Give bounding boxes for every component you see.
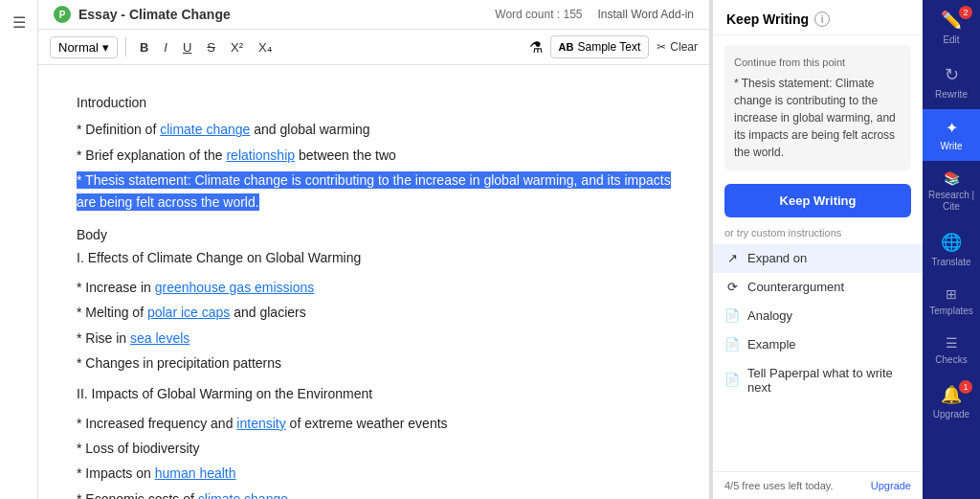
upgrade-link[interactable]: Upgrade bbox=[871, 480, 911, 491]
write-toolbar-item[interactable]: ✦ Write bbox=[923, 109, 980, 161]
editor-content[interactable]: Introduction * Definition of climate cha… bbox=[38, 65, 709, 499]
editor-header: P Essay - Climate Change Word count : 15… bbox=[38, 0, 709, 30]
word-count: Word count : 155 bbox=[495, 8, 582, 21]
header-right: Word count : 155 Install Word Add-in bbox=[495, 8, 694, 21]
checks-toolbar-item[interactable]: ☰ Checks bbox=[923, 326, 980, 374]
research-label: Research | Cite bbox=[926, 190, 976, 213]
checks-label: Checks bbox=[935, 354, 967, 365]
example-item[interactable]: 📄 Example bbox=[713, 330, 923, 359]
line-1: * Definition of climate change and globa… bbox=[77, 119, 671, 140]
edit-badge: 2 bbox=[959, 6, 972, 19]
keep-writing-title: Keep Writing bbox=[726, 11, 809, 27]
body-heading: Body bbox=[77, 224, 671, 245]
expand-icon: ↗ bbox=[724, 251, 740, 266]
templates-toolbar-item[interactable]: ⊞ Templates bbox=[923, 277, 980, 326]
line-8: * Loss of biodiversity bbox=[77, 438, 671, 459]
line-9: * Impacts on human health bbox=[77, 463, 671, 484]
example-icon: 📄 bbox=[724, 337, 740, 352]
left-sidebar: ☰ bbox=[0, 0, 38, 499]
translate-label: Translate bbox=[931, 257, 970, 267]
custom-instructions-label: or try custom instructions bbox=[713, 227, 923, 244]
clear-button[interactable]: ✂ Clear bbox=[657, 40, 698, 54]
body-sub2: II. Impacts of Global Warming on the Env… bbox=[77, 383, 671, 404]
line-thesis: * Thesis statement: Climate change is co… bbox=[77, 170, 671, 213]
subscript-button[interactable]: X₄ bbox=[253, 36, 278, 58]
bold-button[interactable]: B bbox=[134, 36, 154, 58]
expand-label: Expand on bbox=[747, 251, 807, 265]
ab-icon: AB bbox=[559, 41, 574, 53]
checks-icon: ☰ bbox=[946, 335, 958, 351]
upgrade-label: Upgrade bbox=[933, 409, 969, 420]
line-10: * Economic costs of climate change bbox=[77, 488, 671, 499]
italic-button[interactable]: I bbox=[158, 36, 173, 58]
app-logo: P bbox=[54, 6, 71, 23]
keep-writing-panel: Keep Writing i Continue from this point … bbox=[712, 0, 923, 499]
translate-icon: 🌐 bbox=[941, 232, 962, 253]
rewrite-label: Rewrite bbox=[935, 89, 968, 100]
write-icon: ✦ bbox=[946, 119, 958, 137]
edit-toolbar-item[interactable]: 2 ✏️ Edit bbox=[923, 0, 980, 55]
editor-area: P Essay - Climate Change Word count : 15… bbox=[38, 0, 709, 499]
tell-paperpal-label: Tell Paperpal what to write next bbox=[747, 366, 911, 395]
context-box: Continue from this point * Thesis statem… bbox=[724, 45, 911, 170]
keep-writing-button[interactable]: Keep Writing bbox=[724, 184, 911, 217]
info-icon[interactable]: i bbox=[814, 11, 830, 27]
line-6: * Changes in precipitation patterns bbox=[77, 352, 671, 374]
panel-footer: 4/5 free uses left today. Upgrade bbox=[713, 471, 923, 499]
line-5: * Rise in sea levels bbox=[77, 328, 671, 349]
rewrite-icon: ↻ bbox=[945, 64, 959, 85]
research-toolbar-item[interactable]: 📚 Research | Cite bbox=[923, 161, 980, 222]
example-label: Example bbox=[747, 337, 796, 352]
sample-text-button[interactable]: AB Sample Text bbox=[550, 35, 650, 58]
toolbar: Normal ▾ B I U S X² X₄ ⚗ AB Sample Text … bbox=[38, 30, 709, 65]
scissors-icon: ✂ bbox=[657, 40, 666, 54]
install-addon[interactable]: Install Word Add-in bbox=[598, 8, 695, 21]
doc-title: Essay - Climate Change bbox=[78, 7, 231, 22]
intro-heading: Introduction bbox=[77, 92, 671, 113]
superscript-button[interactable]: X² bbox=[225, 36, 249, 58]
line-2: * Brief explanation of the relationship … bbox=[77, 145, 671, 166]
templates-icon: ⊞ bbox=[946, 286, 957, 302]
upgrade-toolbar-item[interactable]: 1 🔔 Upgrade bbox=[923, 374, 980, 429]
style-select[interactable]: Normal ▾ bbox=[50, 36, 118, 58]
line-7: * Increased frequency and intensity of e… bbox=[77, 413, 671, 434]
context-text: * Thesis statement: Climate change is co… bbox=[734, 75, 902, 161]
far-right-toolbar: 2 ✏️ Edit ↻ Rewrite ✦ Write 📚 Research |… bbox=[923, 0, 980, 499]
rewrite-toolbar-item[interactable]: ↻ Rewrite bbox=[923, 55, 980, 109]
write-label: Write bbox=[940, 141, 962, 151]
counterargument-item[interactable]: ⟳ Counterargument bbox=[713, 273, 923, 302]
analogy-item[interactable]: 📄 Analogy bbox=[713, 302, 923, 330]
body-sub1: I. Effects of Climate Change on Global W… bbox=[77, 247, 671, 268]
analogy-icon: 📄 bbox=[724, 308, 740, 324]
translate-toolbar-item[interactable]: 🌐 Translate bbox=[923, 222, 980, 277]
line-3: * Increase in greenhouse gas emissions bbox=[77, 277, 671, 298]
upgrade-badge: 1 bbox=[959, 380, 972, 394]
analogy-label: Analogy bbox=[747, 308, 792, 323]
format-icon[interactable]: ⚗ bbox=[529, 38, 543, 57]
tell-paperpal-icon: 📄 bbox=[724, 373, 740, 388]
toolbar-right: ⚗ AB Sample Text ✂ Clear bbox=[529, 35, 698, 58]
strikethrough-button[interactable]: S bbox=[201, 36, 221, 58]
uses-left: 4/5 free uses left today. bbox=[724, 480, 834, 491]
counterargument-label: Counterargument bbox=[747, 280, 844, 294]
keep-writing-header: Keep Writing i bbox=[713, 0, 923, 35]
hamburger-icon[interactable]: ☰ bbox=[12, 13, 26, 32]
line-4: * Melting of polar ice caps and glaciers bbox=[77, 302, 671, 323]
edit-label: Edit bbox=[943, 34, 959, 45]
toolbar-divider-1 bbox=[125, 37, 126, 57]
counterargument-icon: ⟳ bbox=[724, 280, 740, 295]
templates-label: Templates bbox=[929, 306, 973, 316]
expand-on-item[interactable]: ↗ Expand on bbox=[713, 244, 923, 273]
chevron-down-icon: ▾ bbox=[102, 40, 109, 55]
underline-button[interactable]: U bbox=[177, 36, 197, 58]
context-label: Continue from this point bbox=[734, 55, 902, 71]
research-icon: 📚 bbox=[944, 170, 960, 186]
tell-paperpal-item[interactable]: 📄 Tell Paperpal what to write next bbox=[713, 359, 923, 401]
